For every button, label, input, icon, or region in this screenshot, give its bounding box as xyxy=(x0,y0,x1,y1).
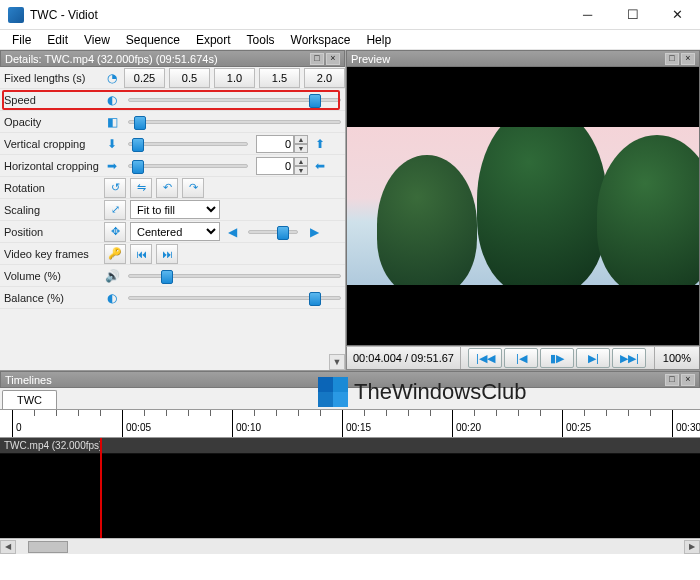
hcrop-down[interactable]: ▼ xyxy=(294,166,308,175)
keyframe-add-icon[interactable]: 🔑 xyxy=(104,244,126,264)
timelines-close-icon[interactable]: × xyxy=(681,374,695,386)
skip-end-button[interactable]: ▶▶| xyxy=(612,348,646,368)
preview-close-icon[interactable]: × xyxy=(681,53,695,65)
hcrop-value[interactable] xyxy=(256,157,294,175)
timeline-tracks[interactable]: TWC.mp4 (32.000fps) xyxy=(0,438,700,538)
vcrop-up[interactable]: ▲ xyxy=(294,135,308,144)
keyframe-next-icon[interactable]: ⏭ xyxy=(156,244,178,264)
next-frame-button[interactable]: ▶| xyxy=(576,348,610,368)
playhead[interactable] xyxy=(100,438,102,538)
position-icon[interactable]: ✥ xyxy=(104,222,126,242)
volume-label: Volume (%) xyxy=(4,270,100,282)
timeline-ruler[interactable]: 0 00:05 00:10 00:15 00:20 00:25 00:30 xyxy=(0,410,700,438)
clock-icon[interactable]: ◔ xyxy=(104,70,120,86)
pos-right-icon[interactable]: ▶ xyxy=(306,224,322,240)
hcrop-up[interactable]: ▲ xyxy=(294,157,308,166)
scroll-left-icon[interactable]: ◀ xyxy=(0,540,16,554)
window-title: TWC - Vidiot xyxy=(30,8,565,22)
volume-slider[interactable] xyxy=(128,274,341,278)
hcrop-slider[interactable] xyxy=(128,164,248,168)
opacity-slider[interactable] xyxy=(128,120,341,124)
video-frame xyxy=(347,127,699,285)
speaker-icon[interactable]: 🔊 xyxy=(104,268,120,284)
timelines-title-bar: Timelines □ × xyxy=(0,371,700,388)
scale-icon[interactable]: ⤢ xyxy=(104,200,126,220)
menu-file[interactable]: File xyxy=(4,31,39,49)
timeline-scrollbar[interactable]: ◀ ▶ xyxy=(0,538,700,554)
fixed-btn-0[interactable]: 0.25 xyxy=(124,68,165,88)
scroll-right-icon[interactable]: ▶ xyxy=(684,540,700,554)
arrow-left-icon[interactable]: ⬅ xyxy=(312,158,328,174)
opacity-label: Opacity xyxy=(4,116,100,128)
details-panel: Details: TWC.mp4 (32.000fps) (09:51.674s… xyxy=(0,50,346,370)
arrow-up-icon[interactable]: ⬆ xyxy=(312,136,328,152)
menu-tools[interactable]: Tools xyxy=(239,31,283,49)
menu-export[interactable]: Export xyxy=(188,31,239,49)
menu-help[interactable]: Help xyxy=(358,31,399,49)
close-button[interactable]: ✕ xyxy=(655,0,700,30)
timeline-tab[interactable]: TWC xyxy=(2,390,57,409)
rotate-180-icon[interactable]: ⇋ xyxy=(130,178,152,198)
details-title-bar: Details: TWC.mp4 (32.000fps) (09:51.674s… xyxy=(0,50,345,67)
scroll-down-icon[interactable]: ▼ xyxy=(329,354,345,370)
playback-controls: |◀◀ |◀ ▮▶ ▶| ▶▶| xyxy=(461,348,654,368)
menu-sequence[interactable]: Sequence xyxy=(118,31,188,49)
minimize-button[interactable]: ─ xyxy=(565,0,610,30)
menu-workspace[interactable]: Workspace xyxy=(283,31,359,49)
hcrop-spinner[interactable]: ▲▼ xyxy=(256,157,308,175)
vkey-label: Video key frames xyxy=(4,248,100,260)
fixed-btn-1[interactable]: 0.5 xyxy=(169,68,210,88)
vcrop-slider[interactable] xyxy=(128,142,248,146)
preview-panel: Preview □ × 00:04.004 / 09:51.67 |◀◀ |◀ … xyxy=(346,50,700,370)
title-bar: TWC - Vidiot ─ ☐ ✕ xyxy=(0,0,700,30)
maximize-button[interactable]: ☐ xyxy=(610,0,655,30)
timelines-panel: Timelines □ × TWC 0 00:05 00:10 00:15 00… xyxy=(0,370,700,554)
vcrop-label: Vertical cropping xyxy=(4,138,100,150)
scaling-combo[interactable]: Fit to fill xyxy=(130,200,220,219)
rotate-right-icon[interactable]: ↷ xyxy=(182,178,204,198)
menu-view[interactable]: View xyxy=(76,31,118,49)
fixed-btn-3[interactable]: 1.5 xyxy=(259,68,300,88)
fixed-btn-2[interactable]: 1.0 xyxy=(214,68,255,88)
timelines-maximize-icon[interactable]: □ xyxy=(665,374,679,386)
play-button[interactable]: ▮▶ xyxy=(540,348,574,368)
arrow-right-icon[interactable]: ➡ xyxy=(104,158,120,174)
position-combo[interactable]: Centered xyxy=(130,222,220,241)
preview-maximize-icon[interactable]: □ xyxy=(665,53,679,65)
vcrop-value[interactable] xyxy=(256,135,294,153)
fixed-btn-4[interactable]: 2.0 xyxy=(304,68,345,88)
row-video-keyframes: Video key frames 🔑 ⏮ ⏭ xyxy=(0,243,345,265)
speed-label: Speed xyxy=(4,94,100,106)
row-opacity: Opacity ◧ xyxy=(0,111,345,133)
row-horizontal-cropping: Horizontal cropping ➡ ▲▼ ⬅ xyxy=(0,155,345,177)
preview-title: Preview xyxy=(351,53,663,65)
menu-edit[interactable]: Edit xyxy=(39,31,76,49)
playback-time: 00:04.004 / 09:51.67 xyxy=(347,347,461,369)
row-rotation: Rotation ↺ ⇋ ↶ ↷ xyxy=(0,177,345,199)
row-fixed-lengths: Fixed lengths (s) ◔ 0.25 0.5 1.0 1.5 2.0 xyxy=(0,67,345,89)
pos-left-icon[interactable]: ◀ xyxy=(224,224,240,240)
keyframe-prev-icon[interactable]: ⏮ xyxy=(130,244,152,264)
menu-bar: File Edit View Sequence Export Tools Wor… xyxy=(0,30,700,50)
rotate-left-icon[interactable]: ↶ xyxy=(156,178,178,198)
speed-slider[interactable] xyxy=(128,98,341,102)
row-position: Position ✥ Centered ◀ ▶ xyxy=(0,221,345,243)
details-maximize-icon[interactable]: □ xyxy=(310,53,324,65)
preview-viewport[interactable] xyxy=(346,67,700,346)
details-close-icon[interactable]: × xyxy=(326,53,340,65)
balance-slider[interactable] xyxy=(128,296,341,300)
prev-frame-button[interactable]: |◀ xyxy=(504,348,538,368)
clip-header[interactable]: TWC.mp4 (32.000fps) xyxy=(0,438,700,454)
balance-label: Balance (%) xyxy=(4,292,100,304)
scroll-thumb[interactable] xyxy=(28,541,68,553)
row-balance: Balance (%) ◐ xyxy=(0,287,345,309)
vcrop-down[interactable]: ▼ xyxy=(294,144,308,153)
opacity-icon: ◧ xyxy=(104,114,120,130)
vcrop-spinner[interactable]: ▲▼ xyxy=(256,135,308,153)
rotate-ccw-icon[interactable]: ↺ xyxy=(104,178,126,198)
zoom-level[interactable]: 100% xyxy=(654,347,699,369)
arrow-down-icon[interactable]: ⬇ xyxy=(104,136,120,152)
skip-start-button[interactable]: |◀◀ xyxy=(468,348,502,368)
row-speed: Speed ◐ xyxy=(0,89,345,111)
position-slider[interactable] xyxy=(248,230,298,234)
